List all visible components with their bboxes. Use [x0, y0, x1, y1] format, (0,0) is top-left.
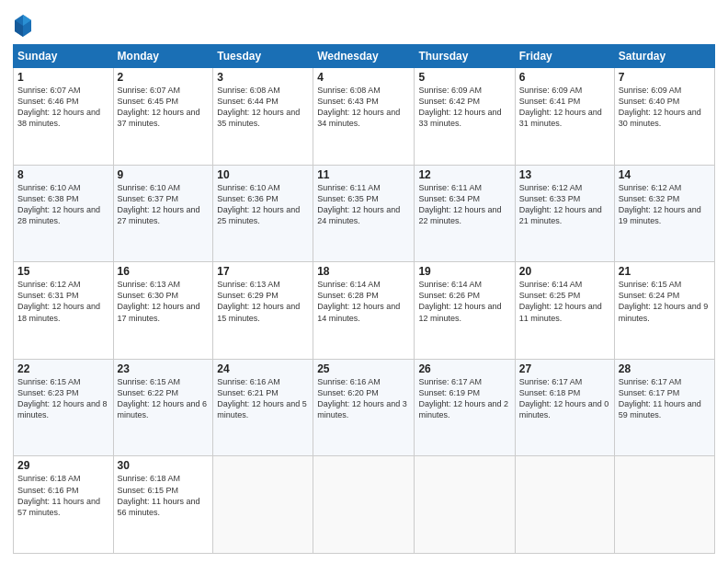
day-info: Sunrise: 6:17 AMSunset: 6:18 PMDaylight:…	[519, 376, 610, 421]
calendar-cell: 10 Sunrise: 6:10 AMSunset: 6:36 PMDaylig…	[213, 165, 313, 262]
day-number: 24	[217, 362, 309, 375]
calendar-cell: 14 Sunrise: 6:12 AMSunset: 6:32 PMDaylig…	[614, 165, 714, 262]
day-number: 10	[217, 168, 309, 181]
day-info: Sunrise: 6:14 AMSunset: 6:28 PMDaylight:…	[317, 279, 410, 324]
calendar-cell	[415, 456, 515, 554]
day-number: 12	[418, 168, 510, 181]
day-info: Sunrise: 6:07 AMSunset: 6:45 PMDaylight:…	[118, 85, 210, 130]
calendar-cell: 29 Sunrise: 6:18 AMSunset: 6:16 PMDaylig…	[14, 456, 114, 554]
calendar-cell: 21 Sunrise: 6:15 AMSunset: 6:24 PMDaylig…	[614, 262, 714, 360]
day-number: 2	[118, 71, 210, 84]
calendar-header-monday: Monday	[113, 45, 213, 68]
day-number: 18	[317, 265, 410, 278]
calendar-cell: 12 Sunrise: 6:11 AMSunset: 6:34 PMDaylig…	[415, 165, 515, 262]
calendar-cell: 25 Sunrise: 6:16 AMSunset: 6:20 PMDaylig…	[313, 359, 415, 456]
day-number: 13	[519, 168, 610, 181]
day-info: Sunrise: 6:15 AMSunset: 6:24 PMDaylight:…	[619, 279, 711, 324]
calendar-header-friday: Friday	[515, 45, 614, 68]
day-info: Sunrise: 6:10 AMSunset: 6:36 PMDaylight:…	[217, 182, 309, 227]
calendar-cell: 7 Sunrise: 6:09 AMSunset: 6:40 PMDayligh…	[614, 68, 714, 166]
day-info: Sunrise: 6:16 AMSunset: 6:20 PMDaylight:…	[317, 376, 410, 421]
day-info: Sunrise: 6:12 AMSunset: 6:32 PMDaylight:…	[619, 182, 711, 227]
day-info: Sunrise: 6:17 AMSunset: 6:17 PMDaylight:…	[619, 376, 711, 421]
day-number: 4	[317, 71, 410, 84]
header	[13, 9, 715, 39]
calendar-cell: 19 Sunrise: 6:14 AMSunset: 6:26 PMDaylig…	[415, 262, 515, 360]
calendar-cell: 20 Sunrise: 6:14 AMSunset: 6:25 PMDaylig…	[515, 262, 614, 360]
day-number: 3	[217, 71, 309, 84]
calendar-cell: 15 Sunrise: 6:12 AMSunset: 6:31 PMDaylig…	[14, 262, 114, 360]
calendar-cell: 8 Sunrise: 6:10 AMSunset: 6:38 PMDayligh…	[14, 165, 114, 262]
day-info: Sunrise: 6:08 AMSunset: 6:43 PMDaylight:…	[317, 85, 410, 130]
calendar-cell: 22 Sunrise: 6:15 AMSunset: 6:23 PMDaylig…	[14, 359, 114, 456]
day-info: Sunrise: 6:09 AMSunset: 6:42 PMDaylight:…	[418, 85, 510, 130]
calendar-cell: 16 Sunrise: 6:13 AMSunset: 6:30 PMDaylig…	[113, 262, 213, 360]
calendar-cell: 4 Sunrise: 6:08 AMSunset: 6:43 PMDayligh…	[313, 68, 415, 166]
day-number: 30	[118, 459, 210, 472]
calendar-cell: 30 Sunrise: 6:18 AMSunset: 6:15 PMDaylig…	[113, 456, 213, 554]
day-info: Sunrise: 6:17 AMSunset: 6:19 PMDaylight:…	[418, 376, 510, 421]
day-info: Sunrise: 6:11 AMSunset: 6:35 PMDaylight:…	[317, 182, 410, 227]
day-info: Sunrise: 6:08 AMSunset: 6:44 PMDaylight:…	[217, 85, 309, 130]
day-info: Sunrise: 6:18 AMSunset: 6:16 PMDaylight:…	[17, 473, 109, 518]
day-info: Sunrise: 6:09 AMSunset: 6:41 PMDaylight:…	[519, 85, 610, 130]
day-number: 17	[217, 265, 309, 278]
calendar-header-saturday: Saturday	[614, 45, 714, 68]
day-info: Sunrise: 6:14 AMSunset: 6:25 PMDaylight:…	[519, 279, 610, 324]
day-info: Sunrise: 6:16 AMSunset: 6:21 PMDaylight:…	[217, 376, 309, 421]
calendar-cell: 2 Sunrise: 6:07 AMSunset: 6:45 PMDayligh…	[113, 68, 213, 166]
day-info: Sunrise: 6:11 AMSunset: 6:34 PMDaylight:…	[418, 182, 510, 227]
calendar-header-wednesday: Wednesday	[313, 45, 415, 68]
calendar-week-4: 22 Sunrise: 6:15 AMSunset: 6:23 PMDaylig…	[14, 359, 715, 456]
calendar-week-2: 8 Sunrise: 6:10 AMSunset: 6:38 PMDayligh…	[14, 165, 715, 262]
calendar-cell: 18 Sunrise: 6:14 AMSunset: 6:28 PMDaylig…	[313, 262, 415, 360]
calendar-cell: 26 Sunrise: 6:17 AMSunset: 6:19 PMDaylig…	[415, 359, 515, 456]
calendar-week-3: 15 Sunrise: 6:12 AMSunset: 6:31 PMDaylig…	[14, 262, 715, 360]
day-info: Sunrise: 6:10 AMSunset: 6:37 PMDaylight:…	[118, 182, 210, 227]
day-number: 21	[619, 265, 711, 278]
day-number: 16	[118, 265, 210, 278]
calendar-cell: 1 Sunrise: 6:07 AMSunset: 6:46 PMDayligh…	[14, 68, 114, 166]
calendar-cell: 28 Sunrise: 6:17 AMSunset: 6:17 PMDaylig…	[614, 359, 714, 456]
day-info: Sunrise: 6:12 AMSunset: 6:31 PMDaylight:…	[17, 279, 109, 324]
day-number: 1	[17, 71, 109, 84]
day-number: 28	[619, 362, 711, 375]
calendar-cell	[313, 456, 415, 554]
calendar-cell: 17 Sunrise: 6:13 AMSunset: 6:29 PMDaylig…	[213, 262, 313, 360]
calendar-cell: 23 Sunrise: 6:15 AMSunset: 6:22 PMDaylig…	[113, 359, 213, 456]
calendar-cell: 6 Sunrise: 6:09 AMSunset: 6:41 PMDayligh…	[515, 68, 614, 166]
calendar-cell: 9 Sunrise: 6:10 AMSunset: 6:37 PMDayligh…	[113, 165, 213, 262]
day-number: 14	[619, 168, 711, 181]
calendar-header-row: SundayMondayTuesdayWednesdayThursdayFrid…	[14, 45, 715, 68]
calendar-cell: 24 Sunrise: 6:16 AMSunset: 6:21 PMDaylig…	[213, 359, 313, 456]
page: SundayMondayTuesdayWednesdayThursdayFrid…	[0, 0, 728, 563]
day-number: 25	[317, 362, 410, 375]
calendar-table: SundayMondayTuesdayWednesdayThursdayFrid…	[13, 44, 715, 554]
day-info: Sunrise: 6:13 AMSunset: 6:29 PMDaylight:…	[217, 279, 309, 324]
day-number: 27	[519, 362, 610, 375]
day-info: Sunrise: 6:09 AMSunset: 6:40 PMDaylight:…	[619, 85, 711, 130]
calendar-cell: 3 Sunrise: 6:08 AMSunset: 6:44 PMDayligh…	[213, 68, 313, 166]
calendar-cell: 27 Sunrise: 6:17 AMSunset: 6:18 PMDaylig…	[515, 359, 614, 456]
logo-icon	[13, 13, 33, 39]
day-info: Sunrise: 6:13 AMSunset: 6:30 PMDaylight:…	[118, 279, 210, 324]
day-info: Sunrise: 6:12 AMSunset: 6:33 PMDaylight:…	[519, 182, 610, 227]
calendar-cell	[614, 456, 714, 554]
day-number: 15	[17, 265, 109, 278]
day-info: Sunrise: 6:15 AMSunset: 6:23 PMDaylight:…	[17, 376, 109, 421]
day-info: Sunrise: 6:07 AMSunset: 6:46 PMDaylight:…	[17, 85, 109, 130]
logo	[13, 13, 37, 39]
calendar-cell: 5 Sunrise: 6:09 AMSunset: 6:42 PMDayligh…	[415, 68, 515, 166]
day-number: 29	[17, 459, 109, 472]
calendar-header-thursday: Thursday	[415, 45, 515, 68]
calendar-header-sunday: Sunday	[14, 45, 114, 68]
day-number: 20	[519, 265, 610, 278]
day-info: Sunrise: 6:15 AMSunset: 6:22 PMDaylight:…	[118, 376, 210, 421]
day-number: 19	[418, 265, 510, 278]
day-number: 26	[418, 362, 510, 375]
day-number: 22	[17, 362, 109, 375]
day-number: 7	[619, 71, 711, 84]
calendar-cell	[515, 456, 614, 554]
day-info: Sunrise: 6:10 AMSunset: 6:38 PMDaylight:…	[17, 182, 109, 227]
day-number: 11	[317, 168, 410, 181]
